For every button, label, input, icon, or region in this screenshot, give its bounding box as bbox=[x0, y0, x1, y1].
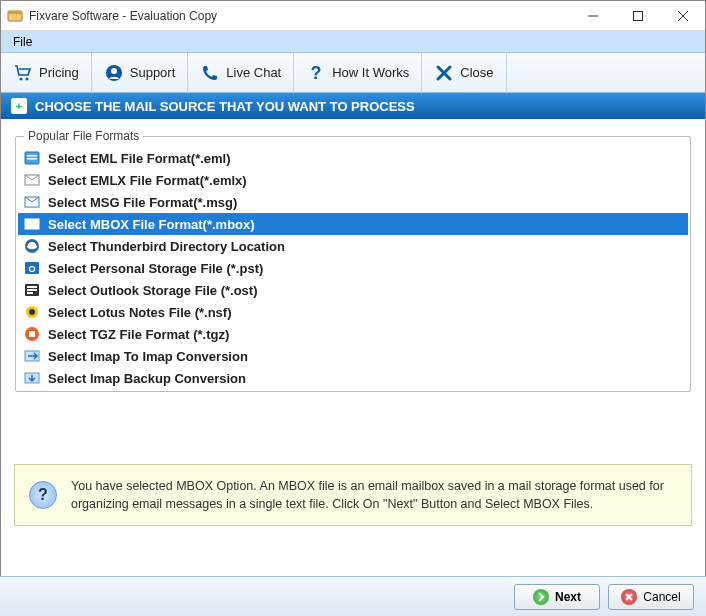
popular-file-formats-group: Popular File Formats Select EML File For… bbox=[15, 129, 691, 392]
format-row-imap[interactable]: Select Imap To Imap Conversion bbox=[18, 345, 688, 367]
livechat-button[interactable]: Live Chat bbox=[188, 53, 294, 93]
format-row-label: Select TGZ File Format (*.tgz) bbox=[48, 327, 229, 342]
svg-rect-23 bbox=[27, 286, 37, 288]
close-icon bbox=[434, 63, 454, 83]
format-row-emlx[interactable]: Select EMLX File Format(*.emlx) bbox=[18, 169, 688, 191]
format-row-label: Select MBOX File Format(*.mbox) bbox=[48, 217, 255, 232]
window-title: Fixvare Software - Evaluation Copy bbox=[29, 9, 217, 23]
svg-point-9 bbox=[111, 68, 117, 74]
format-row-nsf[interactable]: Select Lotus Notes File (*.nsf) bbox=[18, 301, 688, 323]
next-icon bbox=[533, 589, 549, 605]
format-row-label: Select Imap Backup Conversion bbox=[48, 371, 246, 386]
howitworks-button[interactable]: ? How It Works bbox=[294, 53, 422, 93]
next-label: Next bbox=[555, 590, 581, 604]
svg-rect-24 bbox=[27, 289, 37, 291]
close-button[interactable]: Close bbox=[422, 53, 506, 93]
svg-text:?: ? bbox=[311, 63, 322, 83]
app-icon bbox=[7, 8, 23, 24]
format-row-label: Select EMLX File Format(*.emlx) bbox=[48, 173, 247, 188]
headset-icon bbox=[104, 63, 124, 83]
tgz-icon bbox=[24, 326, 40, 342]
pst-icon: O bbox=[24, 260, 40, 276]
mbox-icon bbox=[24, 216, 40, 232]
info-text: You have selected MBOX Option. An MBOX f… bbox=[71, 477, 677, 513]
phone-icon bbox=[200, 63, 220, 83]
cart-icon bbox=[13, 63, 33, 83]
info-icon: ? bbox=[29, 481, 57, 509]
format-list: Select EML File Format(*.eml)Select EMLX… bbox=[18, 147, 688, 389]
content: Popular File Formats Select EML File For… bbox=[1, 119, 705, 392]
menubar: File bbox=[1, 31, 705, 53]
svg-rect-25 bbox=[27, 292, 33, 294]
msg-icon bbox=[24, 194, 40, 210]
format-row-label: Select Outlook Storage File (*.ost) bbox=[48, 283, 257, 298]
format-row-label: Select Lotus Notes File (*.nsf) bbox=[48, 305, 231, 320]
format-row-thunderbird[interactable]: Select Thunderbird Directory Location bbox=[18, 235, 688, 257]
maximize-button[interactable] bbox=[615, 1, 660, 31]
svg-rect-15 bbox=[27, 158, 37, 160]
format-row-msg[interactable]: Select MSG File Format(*.msg) bbox=[18, 191, 688, 213]
cancel-icon bbox=[621, 589, 637, 605]
banner-text: CHOOSE THE MAIL SOURCE THAT YOU WANT TO … bbox=[35, 99, 415, 114]
thunderbird-icon bbox=[24, 238, 40, 254]
eml-icon bbox=[24, 150, 40, 166]
close-label: Close bbox=[460, 65, 493, 80]
svg-point-6 bbox=[20, 77, 23, 80]
next-button[interactable]: Next bbox=[514, 584, 600, 610]
format-row-label: Select MSG File Format(*.msg) bbox=[48, 195, 237, 210]
menu-file[interactable]: File bbox=[5, 33, 40, 51]
header-banner: + CHOOSE THE MAIL SOURCE THAT YOU WANT T… bbox=[1, 93, 705, 119]
banner-icon: + bbox=[11, 98, 27, 114]
livechat-label: Live Chat bbox=[226, 65, 281, 80]
format-row-tgz[interactable]: Select TGZ File Format (*.tgz) bbox=[18, 323, 688, 345]
svg-rect-3 bbox=[633, 11, 642, 20]
cancel-button[interactable]: Cancel bbox=[608, 584, 694, 610]
support-label: Support bbox=[130, 65, 176, 80]
format-row-mbox[interactable]: Select MBOX File Format(*.mbox) bbox=[18, 213, 688, 235]
format-row-label: Select Personal Storage File (*.pst) bbox=[48, 261, 263, 276]
svg-rect-14 bbox=[27, 155, 37, 157]
support-button[interactable]: Support bbox=[92, 53, 189, 93]
format-row-label: Select Imap To Imap Conversion bbox=[48, 349, 248, 364]
format-row-label: Select EML File Format(*.eml) bbox=[48, 151, 231, 166]
format-row-label: Select Thunderbird Directory Location bbox=[48, 239, 285, 254]
howitworks-label: How It Works bbox=[332, 65, 409, 80]
svg-point-7 bbox=[26, 77, 29, 80]
nsf-icon bbox=[24, 304, 40, 320]
question-icon: ? bbox=[306, 63, 326, 83]
pricing-button[interactable]: Pricing bbox=[1, 53, 92, 93]
popular-legend: Popular File Formats bbox=[24, 129, 143, 143]
svg-rect-29 bbox=[29, 331, 35, 337]
titlebar: Fixvare Software - Evaluation Copy bbox=[1, 1, 705, 31]
svg-text:O: O bbox=[28, 264, 35, 274]
emlx-icon bbox=[24, 172, 40, 188]
toolbar: Pricing Support Live Chat ? How It Works… bbox=[1, 53, 705, 93]
ost-icon bbox=[24, 282, 40, 298]
format-row-ost[interactable]: Select Outlook Storage File (*.ost) bbox=[18, 279, 688, 301]
footer: Next Cancel bbox=[0, 576, 706, 616]
imapbackup-icon bbox=[24, 370, 40, 386]
close-window-button[interactable] bbox=[660, 1, 705, 31]
window-controls bbox=[570, 1, 705, 31]
info-box: ? You have selected MBOX Option. An MBOX… bbox=[14, 464, 692, 526]
imap-icon bbox=[24, 348, 40, 364]
svg-rect-1 bbox=[8, 11, 22, 14]
format-row-eml[interactable]: Select EML File Format(*.eml) bbox=[18, 147, 688, 169]
pricing-label: Pricing bbox=[39, 65, 79, 80]
format-row-pst[interactable]: OSelect Personal Storage File (*.pst) bbox=[18, 257, 688, 279]
format-row-imapbackup[interactable]: Select Imap Backup Conversion bbox=[18, 367, 688, 389]
svg-point-27 bbox=[29, 309, 35, 315]
minimize-button[interactable] bbox=[570, 1, 615, 31]
cancel-label: Cancel bbox=[643, 590, 680, 604]
